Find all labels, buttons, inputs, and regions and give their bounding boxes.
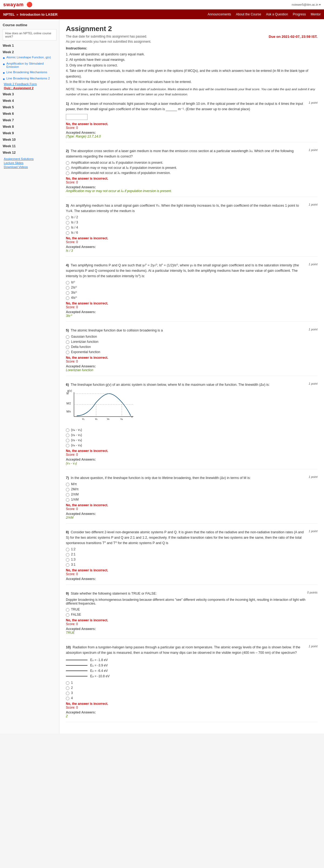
q6-body: The lineshape function g(v) of an atomic…	[71, 383, 270, 386]
energy-label-3: E₃ = -10.8 eV	[90, 674, 109, 678]
q5-radio-4[interactable]	[66, 351, 69, 354]
q5-option-4[interactable]: Exponential function	[66, 350, 318, 354]
sidebar-item-stimulated[interactable]: ● Amplification by Stimulated Emission	[3, 61, 57, 69]
sidebar-item-broadening1[interactable]: ● Line Broadening Mechanisms	[3, 70, 57, 75]
q2-option-1[interactable]: Amplification would occur at λ₀ if popul…	[66, 161, 318, 165]
q6-accepted-value: (v₃ - v₂)	[66, 461, 318, 465]
q10-option-3[interactable]: 3	[66, 691, 318, 695]
q7-option-2[interactable]: 2M/π	[66, 487, 318, 491]
q8-radio-4[interactable]	[66, 563, 69, 567]
q5-radio-1[interactable]	[66, 335, 69, 339]
q4-option-3[interactable]: 3Isᴼ	[66, 291, 318, 295]
q3-option-4[interactable]: Is / 6	[66, 231, 318, 235]
q2-radio-3[interactable]	[66, 172, 69, 175]
q8-radio-1[interactable]	[66, 548, 69, 551]
q6-option-2[interactable]: (v₃ - v₂)	[66, 433, 318, 437]
q10-radio-1[interactable]	[66, 681, 69, 685]
q4-radio-1[interactable]	[66, 281, 69, 284]
q6-points: 1 point	[309, 382, 318, 385]
q8-option-3[interactable]: 1:3	[66, 558, 318, 562]
sidebar-faq[interactable]: How does an NPTEL online course work?	[3, 29, 57, 40]
q7-radio-4[interactable]	[66, 498, 69, 502]
q8-radio-3[interactable]	[66, 558, 69, 562]
q3-option-1-label: Is / 2	[71, 215, 78, 219]
q1-text-input[interactable]	[66, 114, 88, 120]
q5-option-2[interactable]: Lorentzian function	[66, 340, 318, 344]
sidebar-quiz[interactable]: Quiz : Assignment 2	[3, 87, 57, 90]
sidebar-lecture-slides[interactable]: Lecture Slides	[3, 161, 57, 164]
q2-option-3[interactable]: Amplification would not occur at λ₀ rega…	[66, 171, 318, 175]
q7-option-3[interactable]: 2/πM	[66, 493, 318, 497]
nav-about[interactable]: About the Course	[236, 12, 261, 16]
q7-radio-3[interactable]	[66, 493, 69, 497]
q4-option-1[interactable]: Isᴼ	[66, 280, 318, 284]
q3-radio-4[interactable]	[66, 231, 69, 235]
q2-radio-2[interactable]	[66, 166, 69, 170]
user-email[interactable]: nviewer5@iitm.ac.in ▾	[292, 3, 321, 6]
due-date: Due on 2021-02-07, 23:59 IST.	[269, 35, 318, 39]
q8-option-4[interactable]: 3:1	[66, 563, 318, 567]
q6-radio-1[interactable]	[66, 429, 69, 432]
q8-option-1[interactable]: 1:2	[66, 547, 318, 551]
q10-option-4-label: 4	[71, 696, 73, 700]
q6-option-1[interactable]: (v₄ - v₁)	[66, 428, 318, 432]
q10-accepted-label: Accepted Answers:	[66, 711, 318, 714]
nav-announcements[interactable]: Announcements	[207, 12, 231, 16]
q4-option-4[interactable]: 4Isᴼ	[66, 296, 318, 300]
q8-option-2[interactable]: 2:1	[66, 553, 318, 557]
q8-radio-2[interactable]	[66, 553, 69, 557]
q5-radio-3[interactable]	[66, 345, 69, 349]
sidebar-feedback[interactable]: Week 2 Feedback Form	[3, 83, 57, 86]
nav-ask[interactable]: Ask a Question	[266, 12, 288, 16]
q7-radio-2[interactable]	[66, 488, 69, 491]
question-6: 6) The lineshape function g(v) of an ato…	[66, 382, 318, 469]
q2-option-2[interactable]: Amplification may or may not occur at λ₀…	[66, 166, 318, 170]
q3-radio-2[interactable]	[66, 221, 69, 224]
q6-radio-3[interactable]	[66, 439, 69, 442]
q4-option-2[interactable]: 2Isᴼ	[66, 285, 318, 289]
q10-option-2[interactable]: 2	[66, 686, 318, 690]
sidebar-download-videos[interactable]: Download Videos	[3, 165, 57, 168]
q7-option-1[interactable]: M/π	[66, 482, 318, 486]
q4-radio-3[interactable]	[66, 291, 69, 295]
q10-option-4[interactable]: 4	[66, 696, 318, 700]
q3-option-3[interactable]: Is / 4	[66, 225, 318, 229]
q6-radio-2[interactable]	[66, 434, 69, 437]
q3-option-1[interactable]: Is / 2	[66, 215, 318, 219]
nav-course[interactable]: Introduction to LASER	[20, 12, 58, 17]
nav-progress[interactable]: Progress	[293, 12, 306, 16]
q8-option-2-label: 2:1	[71, 553, 75, 556]
question-2-text: 2) The absorption cross section of a las…	[66, 148, 306, 159]
q2-radio-1[interactable]	[66, 161, 69, 165]
sidebar-item-lineshape[interactable]: ● Atomic Lineshape Function, g(v)	[3, 55, 57, 60]
q10-option-1[interactable]: 1	[66, 681, 318, 685]
q6-option-4-label: (v₄ - v₃)	[71, 443, 82, 447]
q9-radio-1[interactable]	[66, 608, 69, 612]
q10-radio-2[interactable]	[66, 686, 69, 690]
q5-option-3[interactable]: Delta function	[66, 345, 318, 349]
q7-option-4[interactable]: 1/πM	[66, 498, 318, 502]
q9-option-2[interactable]: FALSE	[66, 613, 318, 617]
sidebar-week12: Week 12	[3, 151, 57, 155]
q5-radio-2[interactable]	[66, 340, 69, 344]
q10-radio-3[interactable]	[66, 691, 69, 695]
q9-radio-2[interactable]	[66, 613, 69, 617]
q3-radio-3[interactable]	[66, 226, 69, 229]
q3-option-2[interactable]: Is / 3	[66, 220, 318, 224]
q7-radio-1[interactable]	[66, 483, 69, 486]
nav-nptel[interactable]: NPTEL	[3, 12, 15, 17]
q6-option-3[interactable]: (v₃ - v₃)	[66, 438, 318, 442]
sidebar-item-broadening2[interactable]: ● Line Broadening Mechanisms 2	[3, 76, 57, 81]
q6-option-4[interactable]: (v₄ - v₃)	[66, 443, 318, 447]
q4-radio-4[interactable]	[66, 297, 69, 300]
q10-radio-4[interactable]	[66, 697, 69, 700]
sidebar-assignment-solutions[interactable]: Assignment Solutions	[3, 157, 57, 160]
q4-radio-2[interactable]	[66, 286, 69, 289]
q3-score: Score: 0	[66, 240, 318, 244]
q7-option-1-label: M/π	[71, 482, 77, 486]
nav-mentor[interactable]: Mentor	[311, 12, 321, 16]
q9-option-1[interactable]: TRUE	[66, 608, 318, 612]
q3-radio-1[interactable]	[66, 216, 69, 219]
q5-option-1[interactable]: Gaussian function	[66, 335, 318, 339]
q6-radio-4[interactable]	[66, 444, 69, 447]
